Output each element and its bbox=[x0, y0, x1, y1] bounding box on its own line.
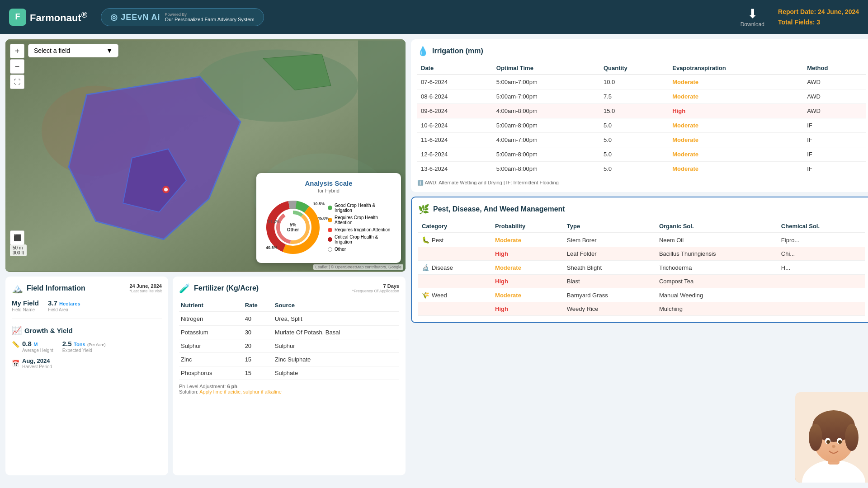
pest-title: Pest, Disease, And Weed Management bbox=[433, 205, 865, 213]
fertilizer-header: 🧪 Fertilizer (Kg/Acre) 7 Days *Frequency… bbox=[179, 283, 399, 294]
ai-avatar bbox=[795, 392, 868, 483]
table-row: High Weedy Rice Mulching bbox=[418, 302, 865, 316]
table-row: Zinc 15 Zinc Sulphate bbox=[179, 353, 399, 366]
legend-item-requires-irrigation: Requires Irrigation Attention bbox=[328, 227, 394, 232]
map-background: + − ⛶ ⬛ Select a field ▼ 50 m 300 ft Lea… bbox=[5, 39, 406, 272]
table-row: Potassium 30 Muriate Of Potash, Basal bbox=[179, 326, 399, 339]
donut-chart: 97.2% 5%Other 10.5% 45.8% 40.8% bbox=[264, 198, 322, 257]
fertilizer-freq: 7 Days *Frequency Of Application bbox=[352, 283, 399, 293]
irrigation-body: 07-6-2024 5:00am-7:00pm 10.0 Moderate AW… bbox=[417, 75, 866, 176]
pest-icon: 🌿 bbox=[418, 204, 429, 215]
chemical-col-header: Chemical Sol. bbox=[778, 220, 865, 233]
svg-text:97.2%: 97.2% bbox=[268, 219, 280, 224]
field-info-date: 24 June, 2024 *Last satellite visit bbox=[129, 283, 162, 293]
field-info-icon: 🏔️ bbox=[12, 283, 23, 294]
analysis-subtitle: for Hybrid bbox=[264, 188, 394, 193]
app-name: Farmonaut® bbox=[30, 10, 87, 24]
pest-panel: 🌿 Pest, Disease, And Weed Management Cat… bbox=[411, 197, 868, 323]
avg-height-metric: 📏 0.8 M Average Height bbox=[12, 340, 53, 353]
analysis-title: Analysis Scale bbox=[264, 179, 394, 187]
pest-management-table: Category Probability Type Organic Sol. C… bbox=[418, 220, 865, 316]
app-header: F Farmonaut® ◎ JEEvN Ai Powered By Our P… bbox=[0, 0, 868, 34]
analysis-scale-popup: Analysis Scale for Hybrid bbox=[256, 173, 401, 263]
legend-item-other: Other bbox=[328, 247, 394, 252]
table-row: 09-6-2024 4:00am-8:00pm 15.0 High AWD bbox=[417, 104, 866, 118]
zoom-in-button[interactable]: + bbox=[10, 44, 24, 58]
map-attribution: Leaflet | © OpenStreetMap contributors, … bbox=[313, 264, 403, 270]
fertilizer-icon: 🧪 bbox=[179, 283, 190, 294]
irrigation-footer: ℹ️ AWD: Alternate Wetting and Drying | I… bbox=[417, 180, 866, 186]
field-select-dropdown[interactable]: Select a field ▼ bbox=[28, 44, 118, 57]
category-col-header: Category bbox=[418, 220, 491, 233]
svg-point-29 bbox=[838, 440, 842, 444]
legend-item-requires-health: Requires Crop Health Attention bbox=[328, 215, 394, 225]
growth-metrics: 📏 0.8 M Average Height bbox=[12, 340, 162, 353]
legend-item-critical: Critical Crop Health & Irrigation bbox=[328, 235, 394, 244]
map-container: + − ⛶ ⬛ Select a field ▼ 50 m 300 ft Lea… bbox=[5, 39, 406, 272]
evap-col-header: Evapotranspiration bbox=[669, 62, 803, 75]
download-icon: ⬇ bbox=[747, 6, 758, 21]
field-name-item: My Field Field Name bbox=[12, 299, 39, 312]
pest-body: 🐛 Pest Moderate Stem Borer Neem Oil Fipr… bbox=[418, 233, 865, 316]
download-label: Download bbox=[741, 21, 764, 28]
svg-point-30 bbox=[832, 445, 835, 448]
field-info-title: Field Information bbox=[27, 284, 126, 292]
field-info-header: 🏔️ Field Information 24 June, 2024 *Last… bbox=[12, 283, 162, 294]
jeevn-logo: ◎ JEEvN Ai bbox=[110, 12, 160, 22]
fullscreen-button[interactable]: ⛶ bbox=[10, 75, 24, 89]
analysis-content: 97.2% 5%Other 10.5% 45.8% 40.8% Good Cro bbox=[264, 198, 394, 257]
fertilizer-header-row: Nutrient Rate Source bbox=[179, 299, 399, 312]
growth-yield-header: 📈 Growth & Yield bbox=[12, 325, 162, 335]
table-row: Phosphorus 15 Sulphate bbox=[179, 366, 399, 380]
irrigation-panel: 💧 Irrigation (mm) Date Optimal Time Quan… bbox=[411, 39, 868, 192]
date-col-header: Date bbox=[417, 62, 493, 75]
table-row: 12-6-2024 5:00am-8:00pm 5.0 Moderate IF bbox=[417, 147, 866, 162]
table-row: 11-6-2024 4:00am-7:00pm 5.0 Moderate IF bbox=[417, 133, 866, 147]
main-content: + − ⛶ ⬛ Select a field ▼ 50 m 300 ft Lea… bbox=[0, 34, 868, 488]
layers-button[interactable]: ⬛ bbox=[10, 230, 24, 245]
analysis-legend: Good Crop Health & Irrigation Requires C… bbox=[328, 203, 394, 252]
irrigation-header-row: Date Optimal Time Quantity Evapotranspir… bbox=[417, 62, 866, 75]
field-main-info: My Field Field Name 3.7 Hectares Field A… bbox=[12, 299, 162, 319]
irrigation-title: Irrigation (mm) bbox=[432, 47, 866, 55]
growth-yield-section: 📈 Growth & Yield 📏 0.8 M Average Hei bbox=[12, 325, 162, 369]
jeevn-banner: ◎ JEEvN Ai Powered By Our Personalized F… bbox=[101, 8, 264, 26]
fertilizer-body: Nitrogen 40 Urea, Split Potassium 30 Mur… bbox=[179, 312, 399, 380]
quantity-col-header: Quantity bbox=[600, 62, 669, 75]
field-area-item: 3.7 Hectares Field Area bbox=[48, 299, 80, 312]
trademark: ® bbox=[81, 10, 88, 19]
table-row: High Blast Compost Tea bbox=[418, 275, 865, 288]
rate-col-header: Rate bbox=[243, 299, 273, 312]
nutrient-col-header: Nutrient bbox=[179, 299, 243, 312]
organic-col-header: Organic Sol. bbox=[656, 220, 778, 233]
harvest-period: 📅 Aug, 2024 Harvest Period bbox=[12, 357, 162, 369]
zoom-out-button[interactable]: − bbox=[10, 59, 24, 74]
bottom-panels: 🏔️ Field Information 24 June, 2024 *Last… bbox=[5, 277, 406, 475]
pest-header-row: Category Probability Type Organic Sol. C… bbox=[418, 220, 865, 233]
jeevn-subtitle: Powered By Our Personalized Farm Advisor… bbox=[165, 12, 255, 22]
height-icon: 📏 bbox=[12, 341, 19, 348]
probability-col-header: Probability bbox=[491, 220, 563, 233]
table-row: Sulphur 20 Sulphur bbox=[179, 339, 399, 353]
header-right: ⬇ Download Report Date: 24 June, 2024 To… bbox=[741, 6, 859, 28]
fertilizer-title: Fertilizer (Kg/Acre) bbox=[194, 284, 259, 292]
report-info: Report Date: 24 June, 2024 Total Fields:… bbox=[778, 7, 859, 27]
table-row: 07-6-2024 5:00am-7:00pm 10.0 Moderate AW… bbox=[417, 75, 866, 89]
pest-header: 🌿 Pest, Disease, And Weed Management bbox=[418, 204, 865, 215]
optimal-time-col-header: Optimal Time bbox=[493, 62, 600, 75]
growth-yield-title: Growth & Yield bbox=[24, 327, 73, 334]
map-scale: 50 m 300 ft bbox=[10, 244, 27, 256]
table-row: 🔬 Disease Moderate Sheath Blight Trichod… bbox=[418, 261, 865, 275]
svg-point-28 bbox=[826, 440, 830, 444]
fertilizer-solution-link[interactable]: Apply lime if acidic, sulphur if alkalin… bbox=[199, 389, 282, 394]
table-row: 10-6-2024 5:00am-8:00pm 5.0 Moderate IF bbox=[417, 118, 866, 133]
calendar-icon: 📅 bbox=[12, 360, 19, 367]
legend-item-good: Good Crop Health & Irrigation bbox=[328, 203, 394, 213]
logo-icon: F bbox=[9, 9, 26, 26]
svg-point-25 bbox=[845, 424, 859, 451]
svg-point-24 bbox=[809, 424, 822, 451]
table-row: Nitrogen 40 Urea, Split bbox=[179, 312, 399, 326]
download-area[interactable]: ⬇ Download bbox=[741, 6, 764, 28]
fertilizer-footer: Ph Level Adjustment: 6 ph Solution: Appl… bbox=[179, 384, 399, 394]
table-row: 🌾 Weed Moderate Barnyard Grass Manual We… bbox=[418, 288, 865, 302]
